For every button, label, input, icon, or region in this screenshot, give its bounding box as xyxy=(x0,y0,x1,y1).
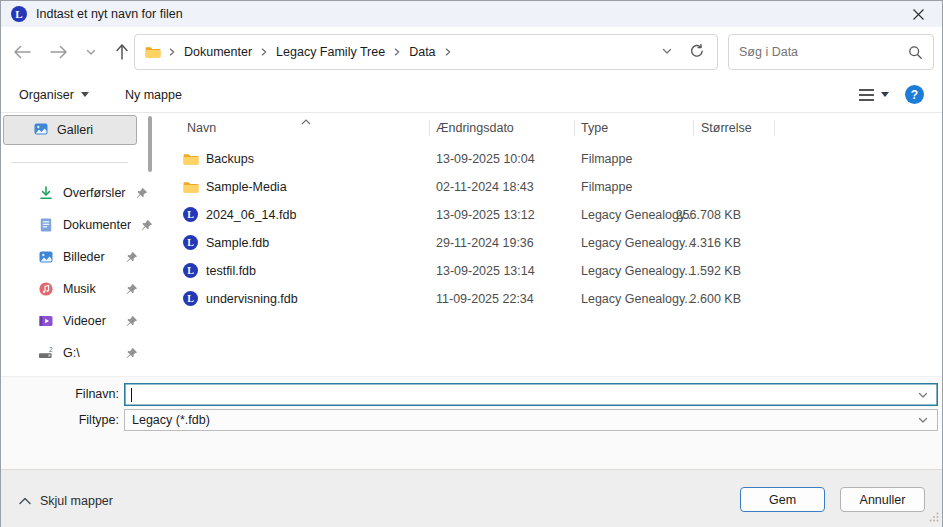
file-name-panel: Filnavn: Filtype: Legacy (*.fdb) xyxy=(1,376,942,469)
new-folder-label: Ny mappe xyxy=(125,88,182,102)
breadcrumb-item[interactable]: Legacy Family Tree xyxy=(272,45,389,59)
file-size: 2.600 KB xyxy=(641,292,741,306)
pin-icon[interactable] xyxy=(125,315,138,328)
refresh-icon[interactable] xyxy=(689,43,705,62)
file-row[interactable]: Ltestfil.fdb13-09-2025 13:14Legacy Genea… xyxy=(159,257,942,285)
column-divider[interactable] xyxy=(693,120,694,136)
sidebar-item[interactable]: 2G:\ xyxy=(1,337,148,369)
pin-icon[interactable] xyxy=(125,347,138,360)
file-date: 29-11-2024 19:36 xyxy=(436,236,534,250)
pin-icon[interactable] xyxy=(135,187,148,200)
sidebar-item[interactable]: Dokumenter xyxy=(1,209,148,241)
drive-icon: 2 xyxy=(38,345,54,361)
legacy-icon: L xyxy=(183,235,199,251)
sidebar-item[interactable]: Musik xyxy=(1,273,148,305)
folder-icon xyxy=(183,179,199,195)
sidebar-item[interactable]: Videoer xyxy=(1,305,148,337)
dialog-title: Indtast et nyt navn for filen xyxy=(36,7,183,21)
sidebar-item-gallery[interactable]: Galleri xyxy=(3,115,137,145)
forward-icon[interactable] xyxy=(49,44,68,60)
sidebar-item-label: Dokumenter xyxy=(63,218,131,232)
file-rows: Backups13-09-2025 10:04FilmappeSample-Me… xyxy=(159,145,942,313)
column-header-size[interactable]: Størrelse xyxy=(701,121,752,135)
file-row[interactable]: Backups13-09-2025 10:04Filmappe xyxy=(159,145,942,173)
column-divider[interactable] xyxy=(574,120,575,136)
file-row[interactable]: Lundervisning.fdb11-09-2025 22:34Legacy … xyxy=(159,285,942,313)
picture-icon xyxy=(38,249,54,265)
file-type: Filmappe xyxy=(581,152,632,166)
sidebar-item-label: Musik xyxy=(63,282,96,296)
filename-label: Filnavn: xyxy=(1,387,119,401)
cancel-button[interactable]: Annuller xyxy=(840,487,925,512)
sidebar-pinned-items: OverførslerDokumenterBillederMusikVideoe… xyxy=(1,177,148,369)
file-row[interactable]: LSample.fdb29-11-2024 19:36Legacy Geneal… xyxy=(159,229,942,257)
title-bar: L Indtast et nyt navn for filen xyxy=(1,1,942,27)
recent-locations-chevron-icon[interactable] xyxy=(85,46,97,58)
pin-icon[interactable] xyxy=(125,251,138,264)
svg-text:2: 2 xyxy=(49,346,53,353)
save-button-label: Gem xyxy=(769,493,796,507)
folder-icon xyxy=(183,151,199,167)
file-list-header: Navn Ændringsdato Type Størrelse xyxy=(159,113,942,143)
legacy-icon: L xyxy=(183,207,199,223)
file-name: Sample-Media xyxy=(206,180,287,194)
sort-ascending-icon[interactable] xyxy=(301,114,311,128)
gallery-icon xyxy=(33,121,49,140)
cancel-button-label: Annuller xyxy=(860,493,906,507)
breadcrumb-chevron-icon xyxy=(259,47,269,57)
new-folder-button[interactable]: Ny mappe xyxy=(125,88,182,102)
document-icon xyxy=(38,217,54,233)
file-date: 13-09-2025 10:04 xyxy=(436,152,535,166)
column-header-date[interactable]: Ændringsdato xyxy=(436,121,514,135)
organize-button[interactable]: Organiser xyxy=(19,88,89,102)
help-icon[interactable]: ? xyxy=(905,85,924,104)
filename-input[interactable] xyxy=(124,383,938,406)
pin-icon[interactable] xyxy=(125,283,138,296)
pin-icon[interactable] xyxy=(140,219,153,232)
view-mode-button[interactable] xyxy=(858,88,889,102)
column-divider[interactable] xyxy=(429,120,430,136)
file-size: 4.316 KB xyxy=(641,236,741,250)
address-dropdown-chevron-icon[interactable] xyxy=(661,45,673,60)
command-bar: Organiser Ny mappe ? xyxy=(1,77,942,113)
filetype-dropdown-chevron-icon[interactable] xyxy=(917,414,929,426)
breadcrumb-item[interactable]: Data xyxy=(405,45,439,59)
video-icon xyxy=(38,313,54,329)
search-input[interactable]: Søg i Data xyxy=(728,34,934,70)
up-icon[interactable] xyxy=(114,43,130,61)
column-divider[interactable] xyxy=(774,120,775,136)
breadcrumb-item[interactable]: Dokumenter xyxy=(180,45,256,59)
column-header-name[interactable]: Navn xyxy=(187,121,216,135)
file-name: testfil.fdb xyxy=(206,264,256,278)
address-bar[interactable]: DokumenterLegacy Family TreeData xyxy=(134,34,718,70)
legacy-icon: L xyxy=(183,263,199,279)
filetype-label: Filtype: xyxy=(1,413,119,427)
address-bar-controls xyxy=(661,43,707,62)
back-icon[interactable] xyxy=(13,44,32,60)
close-icon[interactable] xyxy=(904,1,932,27)
file-date: 13-09-2025 13:14 xyxy=(436,264,535,278)
sidebar-item[interactable]: Overførsler xyxy=(1,177,148,209)
file-name: undervisning.fdb xyxy=(206,292,298,306)
file-type: Filmappe xyxy=(581,180,632,194)
file-name: Backups xyxy=(206,152,254,166)
music-icon xyxy=(38,281,54,297)
sidebar-scrollbar[interactable] xyxy=(148,116,152,172)
chevron-down-icon xyxy=(81,92,89,97)
file-row[interactable]: L2024_06_14.fdb13-09-2025 13:12Legacy Ge… xyxy=(159,201,942,229)
hide-folders-button[interactable]: Skjul mapper xyxy=(19,494,113,508)
filename-dropdown-chevron-icon[interactable] xyxy=(917,389,929,401)
file-date: 11-09-2025 22:34 xyxy=(436,292,534,306)
breadcrumb-chevron-icon[interactable] xyxy=(443,47,453,57)
save-button[interactable]: Gem xyxy=(740,487,825,512)
sidebar-item-label: Overførsler xyxy=(63,186,126,200)
legacy-icon: L xyxy=(183,291,199,307)
column-header-type[interactable]: Type xyxy=(581,121,608,135)
search-icon[interactable] xyxy=(908,45,923,60)
filetype-select[interactable]: Legacy (*.fdb) xyxy=(124,409,938,431)
breadcrumb: DokumenterLegacy Family TreeData xyxy=(145,44,454,60)
search-placeholder: Søg i Data xyxy=(739,45,798,59)
sidebar-item[interactable]: Billeder xyxy=(1,241,148,273)
file-row[interactable]: Sample-Media02-11-2024 18:43Filmappe xyxy=(159,173,942,201)
resize-grip-icon[interactable] xyxy=(929,511,939,525)
